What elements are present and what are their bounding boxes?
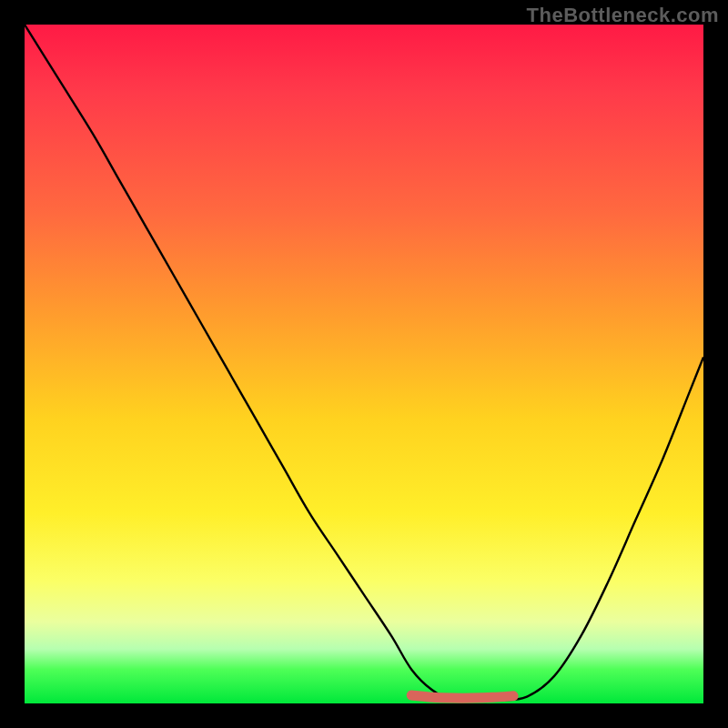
plot-area (25, 25, 703, 703)
bottleneck-curve (25, 25, 703, 701)
chart-frame: TheBottleneck.com (0, 0, 728, 728)
highlight-band (411, 695, 513, 698)
watermark-text: TheBottleneck.com (527, 4, 719, 27)
curve-layer (25, 25, 703, 703)
